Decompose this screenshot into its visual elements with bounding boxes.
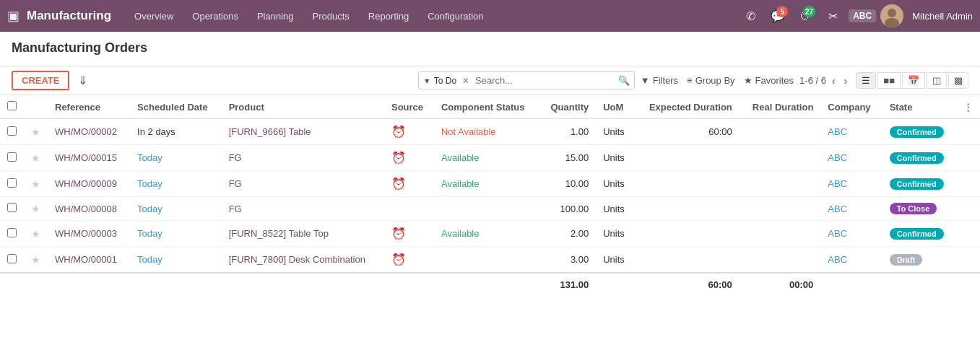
row-real-duration xyxy=(740,197,821,221)
search-icon[interactable]: 🔍 xyxy=(618,75,630,86)
grid-icon[interactable]: ▣ xyxy=(7,8,19,24)
list-view-button[interactable]: ☰ xyxy=(856,72,876,89)
nav-operations[interactable]: Operations xyxy=(185,11,246,22)
row-company: ABC xyxy=(820,145,882,171)
row-checkbox[interactable] xyxy=(0,145,24,171)
next-page-button[interactable]: › xyxy=(841,74,851,88)
row-reference[interactable]: WH/MO/00009 xyxy=(48,171,130,197)
row-product[interactable]: FG xyxy=(222,197,384,221)
avatar[interactable] xyxy=(880,4,903,27)
row-star[interactable]: ★ xyxy=(24,171,48,197)
row-options-menu[interactable] xyxy=(956,119,980,145)
prev-page-button[interactable]: ‹ xyxy=(829,74,838,88)
col-quantity[interactable]: Quantity xyxy=(539,95,596,119)
row-checkbox[interactable] xyxy=(0,197,24,221)
star-icon[interactable]: ★ xyxy=(31,228,40,240)
favorites-button[interactable]: ★ Favorites xyxy=(744,75,794,86)
activity-icon[interactable]: ⏲ 27 xyxy=(794,4,817,27)
col-state[interactable]: State xyxy=(883,95,956,119)
pagination: 1-6 / 6 ‹ › xyxy=(799,74,850,88)
table-row: ★WH/MO/00008TodayFG100.00UnitsABCTo Clos… xyxy=(0,197,980,221)
select-all-checkbox[interactable] xyxy=(0,95,24,119)
download-button[interactable]: ⇓ xyxy=(75,71,90,90)
row-star[interactable]: ★ xyxy=(24,221,48,247)
row-star[interactable]: ★ xyxy=(24,145,48,171)
row-checkbox[interactable] xyxy=(0,171,24,197)
chat-badge: 5 xyxy=(776,6,788,17)
source-clock-icon: ⏰ xyxy=(391,152,406,164)
col-uom[interactable]: UoM xyxy=(596,95,634,119)
row-source: ⏰ xyxy=(384,221,434,247)
row-product[interactable]: [FURN_7800] Desk Combination xyxy=(222,247,384,274)
star-icon[interactable]: ★ xyxy=(31,203,40,214)
row-uom: Units xyxy=(596,197,634,221)
row-product[interactable]: FG xyxy=(222,145,384,171)
app-name: Manufacturing xyxy=(27,9,111,23)
col-real-duration[interactable]: Real Duration xyxy=(740,95,821,119)
col-product[interactable]: Product xyxy=(222,95,384,119)
col-component-status[interactable]: Component Status xyxy=(434,95,539,119)
row-options-menu[interactable] xyxy=(956,145,980,171)
filter-tag-close[interactable]: ✕ xyxy=(462,76,469,86)
nav-overview[interactable]: Overview xyxy=(127,11,181,22)
row-real-duration xyxy=(740,145,821,171)
row-product[interactable]: FG xyxy=(222,171,384,197)
star-icon[interactable]: ★ xyxy=(31,126,40,138)
row-uom: Units xyxy=(596,119,634,145)
row-reference[interactable]: WH/MO/00001 xyxy=(48,247,130,274)
row-scheduled-date: In 2 days xyxy=(130,119,222,145)
groupby-icon: ≡ xyxy=(687,75,693,86)
row-star[interactable]: ★ xyxy=(24,247,48,274)
col-options[interactable]: ⋮ xyxy=(956,95,980,119)
state-badge: Confirmed xyxy=(890,178,944,190)
row-options-menu[interactable] xyxy=(956,197,980,221)
col-source[interactable]: Source xyxy=(384,95,434,119)
row-company: ABC xyxy=(820,197,882,221)
row-reference[interactable]: WH/MO/00008 xyxy=(48,197,130,221)
graph-view-button[interactable]: ▩ xyxy=(948,72,968,89)
star-icon[interactable]: ★ xyxy=(31,254,40,266)
row-options-menu[interactable] xyxy=(956,221,980,247)
row-real-duration xyxy=(740,171,821,197)
scissors-icon[interactable]: ✂ xyxy=(821,4,844,27)
row-options-menu[interactable] xyxy=(956,171,980,197)
star-icon[interactable]: ★ xyxy=(31,152,40,164)
table-row: ★WH/MO/00009TodayFG⏰Available10.00UnitsA… xyxy=(0,171,980,197)
nav-configuration[interactable]: Configuration xyxy=(420,11,490,22)
nav-reporting[interactable]: Reporting xyxy=(361,11,416,22)
filters-button[interactable]: ▼ Filters xyxy=(641,75,678,86)
row-real-duration xyxy=(740,119,821,145)
col-company[interactable]: Company xyxy=(820,95,882,119)
row-checkbox[interactable] xyxy=(0,247,24,274)
star-icon[interactable]: ★ xyxy=(31,178,40,190)
row-checkbox[interactable] xyxy=(0,119,24,145)
nav-products[interactable]: Products xyxy=(305,11,357,22)
kanban-view-button[interactable]: ■■ xyxy=(877,72,901,89)
search-input[interactable] xyxy=(472,74,615,87)
row-product[interactable]: [FURN_8522] Table Top xyxy=(222,221,384,247)
create-button[interactable]: CREATE xyxy=(12,71,69,90)
row-star[interactable]: ★ xyxy=(24,197,48,221)
calendar-view-button[interactable]: 📅 xyxy=(902,72,925,89)
row-checkbox[interactable] xyxy=(0,221,24,247)
row-reference[interactable]: WH/MO/00003 xyxy=(48,221,130,247)
row-reference[interactable]: WH/MO/00015 xyxy=(48,145,130,171)
col-scheduled-date[interactable]: Scheduled Date xyxy=(130,95,222,119)
row-reference[interactable]: WH/MO/00002 xyxy=(48,119,130,145)
row-star[interactable]: ★ xyxy=(24,119,48,145)
row-options-menu[interactable] xyxy=(956,247,980,274)
chat-icon[interactable]: 💬 5 xyxy=(766,4,789,27)
groupby-button[interactable]: ≡ Group By xyxy=(687,75,735,86)
phone-icon[interactable]: ✆ xyxy=(739,4,762,27)
row-product[interactable]: [FURN_9666] Table xyxy=(222,119,384,145)
nav-planning[interactable]: Planning xyxy=(250,11,301,22)
row-state: Confirmed xyxy=(883,119,956,145)
row-quantity: 2.00 xyxy=(539,221,596,247)
row-source: ⏰ xyxy=(384,171,434,197)
pivot-view-button[interactable]: ◫ xyxy=(927,72,947,89)
row-expected-duration xyxy=(635,247,740,274)
username: Mitchell Admin xyxy=(912,11,973,22)
col-reference[interactable]: Reference xyxy=(48,95,130,119)
col-expected-duration[interactable]: Expected Duration xyxy=(635,95,740,119)
activity-badge: 27 xyxy=(803,6,815,17)
